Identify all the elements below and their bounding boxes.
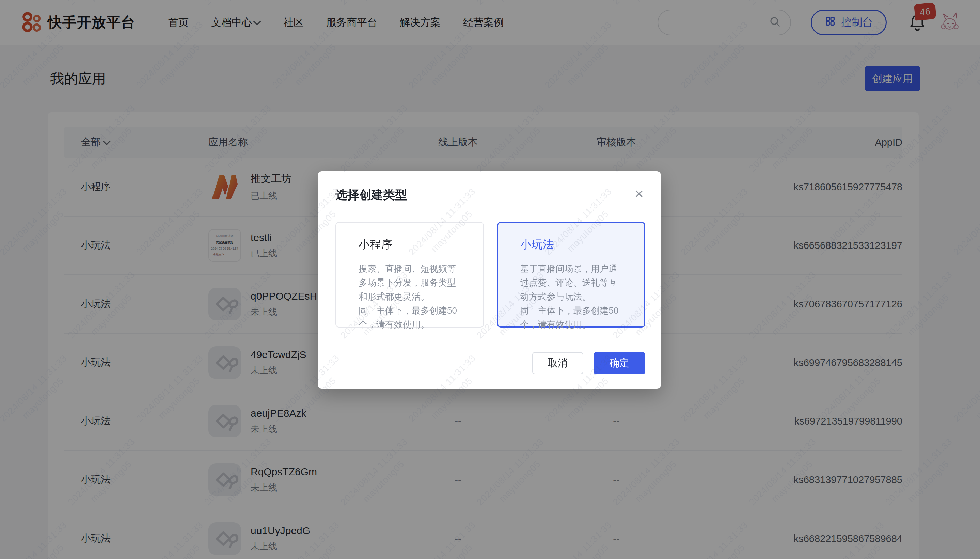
- option-card-minigame[interactable]: 小玩法 基于直播间场景，用户通过点赞、评论、送礼等互动方式参与玩法。 同一主体下…: [497, 222, 646, 327]
- confirm-button[interactable]: 确定: [594, 352, 645, 374]
- create-type-modal: 选择创建类型 ✕ 小程序 搜索、直播间、短视频等多场景下分发，服务类型和形式都更…: [318, 171, 661, 389]
- option-card-miniprogram[interactable]: 小程序 搜索、直播间、短视频等多场景下分发，服务类型和形式都更灵活。 同一主体下…: [335, 222, 484, 327]
- modal-title: 选择创建类型: [335, 187, 407, 203]
- close-icon[interactable]: ✕: [633, 187, 646, 201]
- cancel-button[interactable]: 取消: [532, 352, 583, 374]
